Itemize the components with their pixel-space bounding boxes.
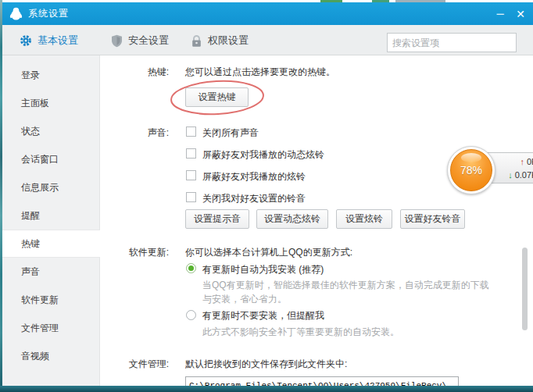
sidebar-item-sound[interactable]: 声音 (2, 258, 100, 286)
radio-auto-install[interactable] (186, 263, 196, 273)
set-ring-button[interactable]: 设置炫铃 (336, 209, 392, 229)
update-section-label: 软件更新: (110, 246, 169, 259)
radio-description: 此方式不影响安全补丁等重要更新的自动安装。 (202, 325, 498, 339)
files-section-label: 文件管理: (110, 358, 169, 371)
checkbox-label: 关闭我对好友设置的铃音 (202, 192, 306, 205)
sidebar-item-label: 会话窗口 (21, 153, 59, 166)
sidebar-item-label: 提醒 (21, 209, 40, 223)
sidebar-item-reminder[interactable]: 提醒 (2, 201, 100, 230)
checkbox-mute-friend-ring[interactable] (186, 192, 196, 202)
tab-basic-settings[interactable]: 基本设置 (20, 33, 78, 48)
lock-icon (191, 34, 202, 48)
radio-remind-only[interactable] (186, 310, 196, 320)
hotkey-description: 您可以通过点击选择要更改的热键。 (185, 66, 335, 79)
background-window-bottom-edge (0, 386, 533, 392)
progress-percent: 78% (460, 164, 482, 176)
radio-label: 有更新时不要安装，但提醒我 (202, 309, 324, 323)
sidebar-item-label: 软件更新 (21, 294, 59, 307)
shield-icon (111, 34, 123, 48)
screen: 系统设置 ─ ✕ 基本设置 安全设置 (0, 0, 533, 392)
download-speed: 0.07K/s (515, 170, 533, 180)
tab-permission-settings[interactable]: 权限设置 (191, 33, 249, 48)
settings-window: 系统设置 ─ ✕ 基本设置 安全设置 (2, 2, 533, 386)
sidebar-item-label: 文件管理 (21, 322, 59, 335)
checkbox-label: 关闭所有声音 (202, 127, 259, 140)
sidebar-item-main-panel[interactable]: 主面板 (2, 89, 100, 117)
search-input[interactable] (388, 37, 518, 48)
minimize-button[interactable]: ─ (489, 2, 511, 25)
set-dynamic-ring-button[interactable]: 设置动态炫铃 (256, 209, 328, 229)
sidebar-item-label: 信息展示 (21, 181, 59, 194)
title-bar[interactable]: 系统设置 ─ ✕ (2, 2, 533, 25)
sound-section-label: 声音: (110, 127, 169, 140)
gear-icon (20, 34, 32, 47)
sidebar-item-software-update[interactable]: 软件更新 (2, 286, 100, 314)
window-title: 系统设置 (28, 7, 69, 20)
settings-search[interactable] (387, 33, 517, 52)
radio-description: 当QQ有更新时，智能选择最佳的软件更新方案，自动完成更新的下载与安装，省心省力。 (202, 278, 498, 306)
scrollbar-thumb[interactable] (522, 248, 528, 330)
set-friend-ring-button[interactable]: 设置好友铃音 (400, 209, 465, 229)
sidebar-item-audio-video[interactable]: 音视频 (2, 342, 100, 370)
qq-penguin-icon (9, 7, 23, 20)
tab-label: 基本设置 (38, 34, 78, 48)
tab-label: 权限设置 (208, 34, 249, 48)
sidebar-item-info-display[interactable]: 信息展示 (2, 173, 100, 201)
settings-sidebar: 登录 主面板 状态 会话窗口 信息展示 提醒 热键 声音 软件更新 文件管理 音… (2, 55, 100, 386)
upload-speed: 0K/s (527, 157, 533, 166)
radio-label: 有更新时自动为我安装 (推荐) (202, 263, 324, 276)
set-hotkey-button[interactable]: 设置热键 (185, 87, 249, 107)
sidebar-item-label: 热键 (21, 237, 40, 251)
sidebar-item-chat-window[interactable]: 会话窗口 (2, 145, 100, 173)
update-intro: 你可以选择本台计算机上QQ的更新方式: (185, 246, 352, 259)
set-alert-sound-button[interactable]: 设置提示音 (185, 209, 249, 229)
tab-bar: 基本设置 安全设置 权限设置 (2, 25, 533, 55)
checkbox-block-dynamic-ring[interactable] (186, 148, 196, 159)
progress-float-badge[interactable]: 78% (447, 146, 495, 194)
checkbox-block-ring[interactable] (186, 170, 196, 180)
checkbox-mute-all[interactable] (186, 127, 196, 137)
sidebar-item-label: 音视频 (21, 350, 49, 363)
upload-arrow-icon: ↑ (520, 157, 524, 166)
checkbox-label: 屏蔽好友对我播放的动态炫铃 (202, 148, 324, 162)
files-description: 默认把接收到的文件保存到此文件夹中: (185, 358, 347, 371)
sidebar-item-login[interactable]: 登录 (2, 61, 100, 89)
settings-content: 热键: 您可以通过点击选择要更改的热键。 设置热键 声音: 关闭所有声音 屏蔽好… (101, 55, 533, 386)
close-button[interactable]: ✕ (510, 2, 531, 25)
sidebar-item-label: 主面板 (21, 97, 49, 110)
sidebar-item-hotkey[interactable]: 热键 (2, 230, 100, 258)
sidebar-item-label: 声音 (21, 265, 40, 279)
tab-label: 安全设置 (128, 34, 169, 48)
sidebar-item-file-management[interactable]: 文件管理 (2, 314, 100, 342)
hotkey-section-label: 热键: (110, 66, 169, 79)
progress-ball: 78% (450, 149, 492, 191)
checkbox-label: 屏蔽好友对我播放的炫铃 (202, 170, 306, 184)
sidebar-item-label: 状态 (21, 125, 40, 138)
download-arrow-icon: ↓ (508, 170, 513, 180)
tab-security-settings[interactable]: 安全设置 (111, 33, 169, 48)
sidebar-item-label: 登录 (21, 69, 40, 82)
sidebar-item-status[interactable]: 状态 (2, 117, 100, 145)
